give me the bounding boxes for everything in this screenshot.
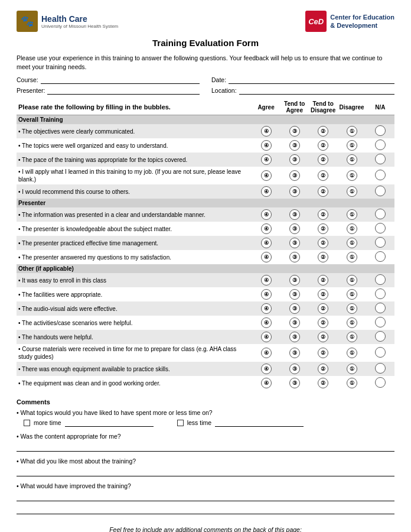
more-time-input[interactable] bbox=[65, 419, 154, 427]
bubble-agree[interactable]: ④ bbox=[252, 207, 280, 222]
bubble-tend-agree[interactable]: ③ bbox=[280, 236, 309, 250]
bubble-disagree[interactable]: ① bbox=[337, 330, 366, 344]
bubble-tend-disagree[interactable]: ② bbox=[309, 316, 337, 330]
bubble-na[interactable] bbox=[366, 287, 394, 301]
bubble-disagree[interactable]: ① bbox=[337, 236, 366, 250]
bubble-na[interactable] bbox=[366, 167, 394, 184]
bubble-na[interactable] bbox=[366, 124, 394, 138]
bubble-disagree[interactable]: ① bbox=[337, 124, 366, 138]
bubble-agree[interactable]: ④ bbox=[252, 138, 280, 153]
bubble-disagree[interactable]: ① bbox=[337, 273, 366, 287]
bubble-tend-agree[interactable]: ③ bbox=[280, 330, 309, 344]
bubble-disagree[interactable]: ① bbox=[337, 153, 366, 167]
comment-line-2[interactable] bbox=[17, 442, 394, 452]
bubble-tend-agree[interactable]: ③ bbox=[280, 362, 309, 376]
less-time-checkbox[interactable] bbox=[177, 420, 184, 426]
bubble-tend-disagree[interactable]: ② bbox=[309, 167, 337, 184]
bubble-disagree[interactable]: ① bbox=[337, 376, 366, 390]
bubble-tend-disagree[interactable]: ② bbox=[309, 184, 337, 199]
more-time-label: more time bbox=[34, 419, 61, 426]
bubble-disagree[interactable]: ① bbox=[337, 301, 366, 316]
bubble-tend-agree[interactable]: ③ bbox=[280, 222, 309, 236]
bubble-disagree[interactable]: ① bbox=[337, 344, 366, 362]
bubble-tend-agree[interactable]: ③ bbox=[280, 250, 309, 264]
bubble-disagree[interactable]: ① bbox=[337, 207, 366, 222]
bubble-agree[interactable]: ④ bbox=[252, 301, 280, 316]
bubble-agree[interactable]: ④ bbox=[252, 362, 280, 376]
bubble-na[interactable] bbox=[366, 184, 394, 199]
bubble-tend-disagree[interactable]: ② bbox=[309, 250, 337, 264]
bubble-tend-agree[interactable]: ③ bbox=[280, 287, 309, 301]
bubble-agree[interactable]: ④ bbox=[252, 273, 280, 287]
bubble-na[interactable] bbox=[366, 273, 394, 287]
bubble-tend-agree[interactable]: ③ bbox=[280, 124, 309, 138]
bubble-na[interactable] bbox=[366, 153, 394, 167]
bubble-agree[interactable]: ④ bbox=[252, 316, 280, 330]
bubble-tend-disagree[interactable]: ② bbox=[309, 153, 337, 167]
bubble-tend-agree[interactable]: ③ bbox=[280, 167, 309, 184]
bubble-disagree[interactable]: ① bbox=[337, 167, 366, 184]
bubble-tend-agree[interactable]: ③ bbox=[280, 301, 309, 316]
bubble-tend-agree[interactable]: ③ bbox=[280, 316, 309, 330]
comment-line-4a[interactable] bbox=[17, 492, 394, 501]
bubble-agree[interactable]: ④ bbox=[252, 250, 280, 264]
bubble-tend-agree[interactable]: ③ bbox=[280, 376, 309, 390]
bubble-tend-disagree[interactable]: ② bbox=[309, 124, 337, 138]
bubble-tend-disagree[interactable]: ② bbox=[309, 138, 337, 153]
bubble-tend-agree[interactable]: ③ bbox=[280, 138, 309, 153]
bubble-tend-agree[interactable]: ③ bbox=[280, 207, 309, 222]
bubble-agree[interactable]: ④ bbox=[252, 287, 280, 301]
bubble-tend-disagree[interactable]: ② bbox=[309, 344, 337, 362]
presenter-input[interactable] bbox=[47, 86, 200, 95]
bubble-na[interactable] bbox=[366, 376, 394, 390]
bubble-agree[interactable]: ④ bbox=[252, 222, 280, 236]
course-input[interactable] bbox=[41, 76, 200, 84]
bubble-tend-agree[interactable]: ③ bbox=[280, 153, 309, 167]
bubble-na[interactable] bbox=[366, 301, 394, 316]
bubble-tend-agree[interactable]: ③ bbox=[280, 184, 309, 199]
bubble-tend-disagree[interactable]: ② bbox=[309, 287, 337, 301]
bubble-disagree[interactable]: ① bbox=[337, 184, 366, 199]
bubble-disagree[interactable]: ① bbox=[337, 287, 366, 301]
bubble-agree[interactable]: ④ bbox=[252, 344, 280, 362]
bubble-na[interactable] bbox=[366, 250, 394, 264]
bubble-disagree[interactable]: ① bbox=[337, 362, 366, 376]
bubble-na[interactable] bbox=[366, 316, 394, 330]
less-time-input[interactable] bbox=[215, 419, 304, 427]
bubble-agree[interactable]: ④ bbox=[252, 184, 280, 199]
bubble-tend-agree[interactable]: ③ bbox=[280, 273, 309, 287]
date-input[interactable] bbox=[229, 76, 394, 84]
bubble-agree[interactable]: ④ bbox=[252, 153, 280, 167]
bubble-disagree[interactable]: ① bbox=[337, 138, 366, 153]
bubble-tend-disagree[interactable]: ② bbox=[309, 236, 337, 250]
bubble-tend-disagree[interactable]: ② bbox=[309, 376, 337, 390]
bubble-na[interactable] bbox=[366, 330, 394, 344]
bubble-tend-disagree[interactable]: ② bbox=[309, 273, 337, 287]
bubble-na[interactable] bbox=[366, 222, 394, 236]
bubble-disagree[interactable]: ① bbox=[337, 316, 366, 330]
location-label: Location: bbox=[211, 87, 237, 94]
health-care-icon: 🐾 bbox=[17, 11, 38, 32]
bubble-tend-agree[interactable]: ③ bbox=[280, 344, 309, 362]
location-input[interactable] bbox=[239, 86, 394, 95]
bubble-na[interactable] bbox=[366, 138, 394, 153]
bubble-tend-disagree[interactable]: ② bbox=[309, 207, 337, 222]
bubble-agree[interactable]: ④ bbox=[252, 236, 280, 250]
bubble-tend-disagree[interactable]: ② bbox=[309, 362, 337, 376]
bubble-tend-disagree[interactable]: ② bbox=[309, 330, 337, 344]
bubble-agree[interactable]: ④ bbox=[252, 376, 280, 390]
bubble-agree[interactable]: ④ bbox=[252, 167, 280, 184]
bubble-na[interactable] bbox=[366, 344, 394, 362]
bubble-na[interactable] bbox=[366, 236, 394, 250]
bubble-disagree[interactable]: ① bbox=[337, 222, 366, 236]
comment-line-3[interactable] bbox=[17, 467, 394, 476]
bubble-na[interactable] bbox=[366, 207, 394, 222]
bubble-tend-disagree[interactable]: ② bbox=[309, 222, 337, 236]
bubble-agree[interactable]: ④ bbox=[252, 124, 280, 138]
more-time-checkbox[interactable] bbox=[24, 420, 30, 426]
bubble-agree[interactable]: ④ bbox=[252, 330, 280, 344]
bubble-tend-disagree[interactable]: ② bbox=[309, 301, 337, 316]
bubble-na[interactable] bbox=[366, 362, 394, 376]
bubble-disagree[interactable]: ① bbox=[337, 250, 366, 264]
comment-line-4b[interactable] bbox=[17, 505, 394, 514]
